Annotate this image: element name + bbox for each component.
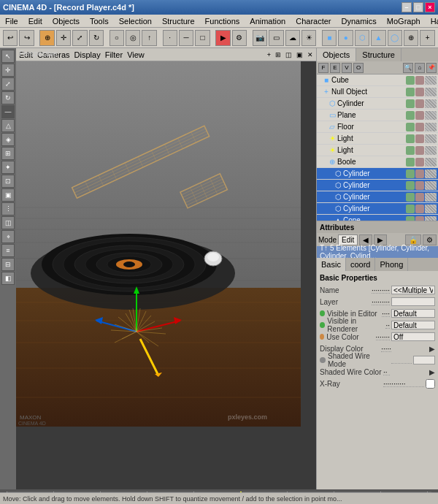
object-item-light-2[interactable]: ☀ Light	[317, 145, 438, 156]
light-icon: ☀	[328, 135, 336, 142]
xray-checkbox[interactable]	[426, 379, 435, 389]
menu-hair[interactable]: Hair	[429, 17, 438, 26]
tab-objects[interactable]: Objects	[317, 48, 356, 61]
menu-edit[interactable]: Edit	[26, 17, 45, 26]
render-settings-button[interactable]: ⚙	[232, 30, 247, 46]
object-item-cylinder-3[interactable]: ⬡ Cylinder	[317, 180, 438, 191]
tab-phong[interactable]: Phong	[375, 258, 408, 271]
object-item-null[interactable]: + Null Object	[317, 86, 438, 98]
cylinder-button[interactable]: ⬡	[355, 30, 369, 46]
viewport-icon-3[interactable]: ◫	[285, 51, 292, 58]
left-tool-9[interactable]: ✦	[1, 161, 15, 174]
object-item-boole[interactable]: ⊕ Boole	[317, 156, 438, 168]
left-tool-4[interactable]: ↻	[1, 91, 15, 104]
left-tool-11[interactable]: ▣	[1, 188, 15, 202]
tab-coord[interactable]: coord	[346, 258, 376, 271]
light-button[interactable]: ☀	[301, 30, 316, 46]
redo-button[interactable]: ↪	[19, 30, 34, 46]
world-axis-button[interactable]: ◎	[126, 30, 140, 46]
left-tool-17[interactable]: ◧	[1, 272, 15, 285]
menu-functions[interactable]: Functions	[203, 17, 242, 26]
maximize-button[interactable]: □	[413, 2, 423, 12]
sphere-button[interactable]: ●	[338, 30, 353, 46]
left-tool-16[interactable]: ⊟	[1, 258, 15, 271]
visible-editor-input[interactable]	[391, 309, 435, 318]
obj-view-btn[interactable]: V	[342, 63, 352, 73]
cube-button[interactable]: ■	[322, 30, 337, 46]
menu-character[interactable]: Character	[293, 17, 333, 26]
obj-right-icons	[406, 146, 437, 155]
object-item-cylinder-1[interactable]: ⬡ Cylinder	[317, 98, 438, 110]
move-button[interactable]: ✛	[56, 30, 71, 46]
menu-animation[interactable]: Animation	[247, 17, 288, 26]
object-item-cylinder-4[interactable]: ⬡ Cylinder	[317, 191, 438, 203]
viewport-menu-display[interactable]: Display	[74, 50, 101, 59]
layer-input[interactable]	[391, 297, 435, 306]
left-tool-7[interactable]: ◈	[1, 133, 15, 146]
menu-dynamics[interactable]: Dynamics	[339, 17, 379, 26]
object-axis-button[interactable]: ○	[110, 30, 124, 46]
left-tool-3[interactable]: ⤢	[1, 77, 15, 91]
floor-button[interactable]: ▭	[269, 30, 283, 46]
menu-mograph[interactable]: MoGraph	[385, 17, 423, 26]
camera-button[interactable]: 📷	[253, 30, 267, 46]
obj-pin-btn[interactable]: 📌	[426, 63, 437, 73]
obj-obje-btn[interactable]: O	[353, 63, 364, 73]
viewport-icon-5[interactable]: ✕	[307, 51, 313, 58]
menu-tools[interactable]: Tools	[88, 17, 111, 26]
viewport-menu-view[interactable]: View	[127, 50, 145, 59]
rotate-button[interactable]: ↻	[89, 30, 104, 46]
object-item-light-1[interactable]: ☀ Light	[317, 133, 438, 145]
sky-button[interactable]: ☁	[285, 30, 300, 46]
close-button[interactable]: ×	[425, 2, 435, 12]
use-color-input[interactable]	[391, 332, 435, 341]
point-mode-button[interactable]: ·	[163, 30, 177, 46]
shaded-wire-input[interactable]	[413, 356, 435, 364]
tab-basic[interactable]: Basic	[317, 258, 346, 271]
menu-file[interactable]: File	[3, 17, 20, 26]
scale-button[interactable]: ⤢	[72, 30, 87, 46]
menu-selection[interactable]: Selection	[117, 17, 154, 26]
left-tool-6[interactable]: △	[1, 119, 15, 132]
visible-renderer-input[interactable]	[391, 321, 435, 329]
object-item-plane[interactable]: ▭ Plane	[317, 110, 438, 121]
left-tool-12[interactable]: ⋮	[1, 202, 15, 215]
object-item-cylinder-5[interactable]: ⬡ Cylinder	[317, 203, 438, 215]
left-tool-2[interactable]: ✛	[1, 64, 15, 77]
undo-button[interactable]: ↩	[3, 30, 18, 46]
menu-objects[interactable]: Objects	[50, 17, 82, 26]
obj-home-btn[interactable]: ⌂	[415, 63, 425, 73]
viewport-icon-1[interactable]: +	[267, 51, 271, 58]
viewport-menu-filter[interactable]: Filter	[105, 50, 123, 59]
menu-structure[interactable]: Structure	[160, 17, 197, 26]
torus-button[interactable]: ◯	[388, 30, 402, 46]
scene-viewport[interactable]: MAXON CINEMA 4D pxleyes.com	[16, 61, 316, 489]
obj-edit-btn[interactable]: E	[330, 63, 340, 73]
left-tool-14[interactable]: ⌖	[1, 230, 15, 243]
name-input[interactable]	[391, 286, 435, 294]
object-item-cone[interactable]: ▲ Cone	[317, 215, 438, 221]
live-selection-button[interactable]: ⊕	[39, 30, 54, 46]
object-item-cube[interactable]: ■ Cube	[317, 75, 438, 86]
left-tool-10[interactable]: ⊡	[1, 175, 15, 188]
parent-button[interactable]: ↑	[142, 30, 156, 46]
left-tool-5[interactable]: —	[1, 105, 15, 118]
object-item-floor[interactable]: ▱ Floor	[317, 121, 438, 133]
viewport-icon-4[interactable]: ▣	[296, 51, 303, 58]
left-tool-15[interactable]: ≡	[1, 244, 15, 257]
minimize-button[interactable]: –	[402, 2, 412, 12]
cone-button[interactable]: ▲	[371, 30, 385, 46]
obj-search-btn[interactable]: 🔍	[403, 63, 413, 73]
boole-button[interactable]: ⊕	[404, 30, 418, 46]
tab-structure[interactable]: Structure	[356, 48, 402, 61]
edge-mode-button[interactable]: ─	[179, 30, 193, 46]
left-tool-8[interactable]: ⊞	[1, 147, 15, 160]
obj-file-btn[interactable]: F	[318, 63, 328, 73]
render-button[interactable]: ▶	[215, 30, 230, 46]
viewport-icon-2[interactable]: ⊞	[275, 51, 281, 58]
left-tool-13[interactable]: ◫	[1, 216, 15, 229]
object-item-cylinder-2[interactable]: ⬡ Cylinder	[317, 168, 438, 180]
poly-mode-button[interactable]: □	[195, 30, 210, 46]
left-tool-1[interactable]: ↖	[1, 50, 15, 63]
null-button[interactable]: +	[420, 30, 434, 46]
